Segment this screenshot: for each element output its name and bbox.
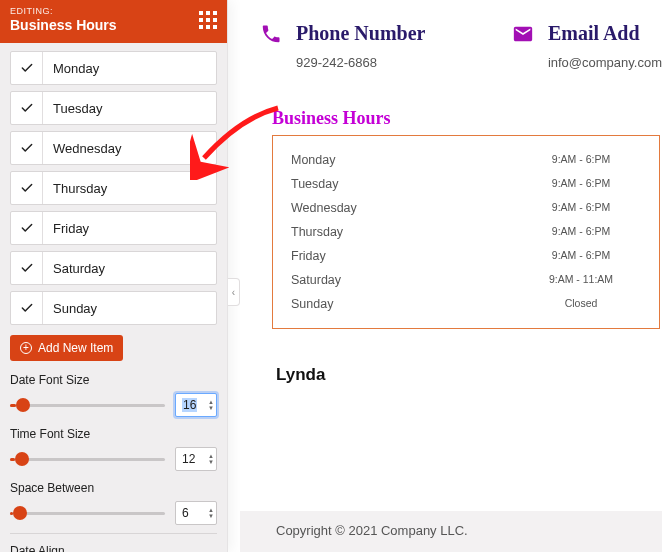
business-hours-box[interactable]: Monday9:AM - 6:PMTuesday9:AM - 6:PMWedne… — [272, 135, 660, 329]
checkmark-icon[interactable] — [11, 52, 43, 84]
time: 9:AM - 6:PM — [521, 249, 641, 263]
email-heading: Email Add — [548, 22, 640, 45]
field-label: Date Align — [10, 544, 217, 552]
collapse-handle[interactable]: ‹ — [228, 278, 240, 306]
field-label: Time Font Size — [10, 427, 217, 441]
checkmark-icon[interactable] — [11, 92, 43, 124]
time: Closed — [521, 297, 641, 311]
time: 9:AM - 6:PM — [521, 177, 641, 191]
add-item-label: Add New Item — [38, 341, 113, 355]
day-item[interactable]: Sunday — [10, 291, 217, 325]
space-between-field: Space Between 6 ▲▼ — [0, 479, 227, 533]
editing-label: EDITING: — [10, 6, 117, 16]
checkmark-icon[interactable] — [11, 172, 43, 204]
day: Thursday — [291, 225, 521, 239]
field-label: Space Between — [10, 481, 217, 495]
mail-icon — [512, 23, 534, 45]
day-label[interactable]: Sunday — [43, 292, 216, 324]
email-value: info@company.com — [548, 55, 662, 70]
day: Wednesday — [291, 201, 521, 215]
day-item[interactable]: Friday — [10, 211, 217, 245]
divider — [10, 533, 217, 534]
editor-title: EDITING: Business Hours — [10, 6, 117, 33]
hours-row: Thursday9:AM - 6:PM — [273, 220, 659, 244]
space-between-slider[interactable] — [10, 506, 165, 520]
time-font-size-field: Time Font Size 12 ▲▼ — [0, 425, 227, 479]
time: 9:AM - 6:PM — [521, 225, 641, 239]
day: Tuesday — [291, 177, 521, 191]
day-label[interactable]: Saturday — [43, 252, 216, 284]
add-new-item-button[interactable]: + Add New Item — [10, 335, 123, 361]
day: Monday — [291, 153, 521, 167]
day-label[interactable]: Thursday — [43, 172, 216, 204]
date-font-size-field: Date Font Size 16 ▲▼ — [0, 371, 227, 425]
checkmark-icon[interactable] — [11, 132, 43, 164]
day-items: MondayTuesdayWednesdayThursdayFridaySatu… — [0, 43, 227, 325]
field-label: Date Font Size — [10, 373, 217, 387]
hours-row: Wednesday9:AM - 6:PM — [273, 196, 659, 220]
space-between-input[interactable]: 6 ▲▼ — [175, 501, 217, 525]
time: 9:AM - 11:AM — [521, 273, 641, 287]
checkmark-icon[interactable] — [11, 292, 43, 324]
time-font-size-input[interactable]: 12 ▲▼ — [175, 447, 217, 471]
day-label[interactable]: Wednesday — [43, 132, 216, 164]
drag-handle-icon[interactable] — [199, 11, 217, 29]
date-font-size-slider[interactable] — [10, 398, 165, 412]
time-font-size-slider[interactable] — [10, 452, 165, 466]
day-label[interactable]: Friday — [43, 212, 216, 244]
time: 9:AM - 6:PM — [521, 201, 641, 215]
hours-row: Friday9:AM - 6:PM — [273, 244, 659, 268]
day-item[interactable]: Saturday — [10, 251, 217, 285]
editor-header: EDITING: Business Hours — [0, 0, 227, 43]
date-align-field: Date Align — [0, 542, 227, 552]
footer-copyright: Copyright © 2021 Company LLC. — [240, 511, 662, 552]
checkmark-icon[interactable] — [11, 212, 43, 244]
preview-pane: Phone Number 929-242-6868 Email Add info… — [240, 0, 662, 552]
stepper-icon[interactable]: ▲▼ — [208, 454, 214, 465]
phone-heading: Phone Number — [296, 22, 425, 45]
hours-row: Tuesday9:AM - 6:PM — [273, 172, 659, 196]
day-item[interactable]: Monday — [10, 51, 217, 85]
day-item[interactable]: Wednesday — [10, 131, 217, 165]
stepper-icon[interactable]: ▲▼ — [208, 400, 214, 411]
day: Friday — [291, 249, 521, 263]
phone-icon — [260, 23, 282, 45]
day: Saturday — [291, 273, 521, 287]
time: 9:AM - 6:PM — [521, 153, 641, 167]
hours-row: SundayClosed — [273, 292, 659, 316]
stepper-icon[interactable]: ▲▼ — [208, 508, 214, 519]
phone-value: 929-242-6868 — [296, 55, 512, 70]
hours-row: Saturday9:AM - 11:AM — [273, 268, 659, 292]
day-label[interactable]: Tuesday — [43, 92, 216, 124]
day-item[interactable]: Thursday — [10, 171, 217, 205]
day-item[interactable]: Tuesday — [10, 91, 217, 125]
hours-row: Monday9:AM - 6:PM — [273, 148, 659, 172]
business-hours-title: Business Hours — [272, 108, 662, 129]
day: Sunday — [291, 297, 521, 311]
plus-circle-icon: + — [20, 342, 32, 354]
editor-sidebar: EDITING: Business Hours MondayTuesdayWed… — [0, 0, 228, 552]
day-label[interactable]: Monday — [43, 52, 216, 84]
author-name: Lynda — [276, 365, 662, 385]
date-font-size-input[interactable]: 16 ▲▼ — [175, 393, 217, 417]
block-name: Business Hours — [10, 17, 117, 33]
checkmark-icon[interactable] — [11, 252, 43, 284]
